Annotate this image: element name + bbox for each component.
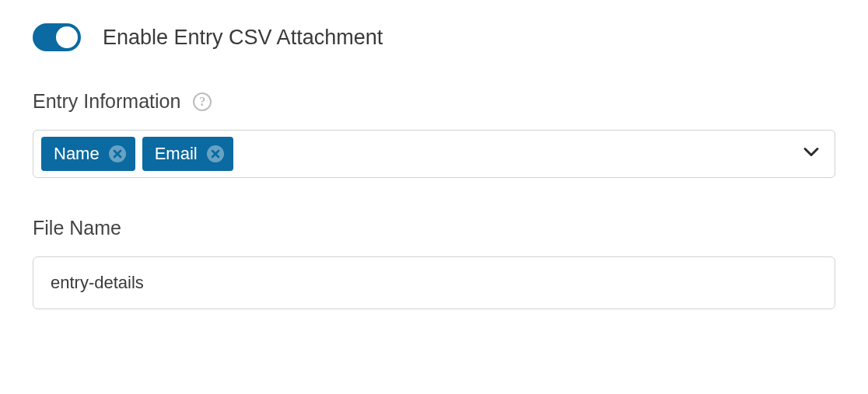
file-name-input[interactable] — [33, 256, 835, 309]
file-name-label: File Name — [33, 217, 121, 239]
tag-remove-icon[interactable] — [109, 145, 126, 162]
chevron-down-icon — [802, 143, 821, 166]
tag-name: Name — [41, 137, 135, 171]
tag-remove-icon[interactable] — [207, 145, 224, 162]
enable-csv-attachment-label: Enable Entry CSV Attachment — [103, 26, 383, 50]
entry-information-label: Entry Information — [33, 90, 180, 113]
tag-label: Email — [155, 144, 198, 164]
enable-csv-attachment-toggle[interactable] — [33, 23, 81, 51]
tag-email: Email — [142, 137, 233, 171]
entry-information-select[interactable]: Name Email — [33, 130, 835, 178]
toggle-knob — [56, 26, 78, 48]
help-icon[interactable] — [193, 92, 212, 111]
tag-label: Name — [54, 144, 100, 164]
